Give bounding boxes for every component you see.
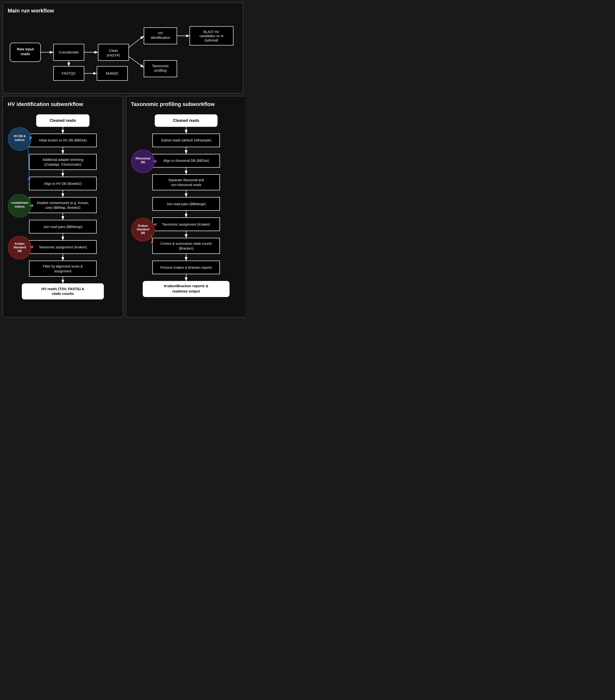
svg-text:Kraken: Kraken <box>15 242 25 246</box>
svg-text:HV DB &: HV DB & <box>14 135 26 138</box>
tax-subworkflow-diagram: Cleaned reads Subset reads (default 1M/s… <box>131 112 241 311</box>
svg-text:Raw input: Raw input <box>17 47 34 51</box>
svg-text:Join read pairs (BBMerge): Join read pairs (BBMerge) <box>43 225 82 229</box>
hv-subworkflow-section: HV identification subworkflow Cleaned re… <box>2 96 123 317</box>
svg-text:Standard: Standard <box>137 228 149 231</box>
svg-text:profiling: profiling <box>154 68 167 72</box>
svg-text:indices: indices <box>15 138 25 142</box>
svg-text:MultiQC: MultiQC <box>106 72 119 75</box>
svg-line-11 <box>128 57 144 67</box>
svg-text:Subset reads (default 1M/sampl: Subset reads (default 1M/sample) <box>161 138 211 142</box>
svg-text:DB: DB <box>17 249 22 253</box>
svg-text:clade counts: clade counts <box>52 291 74 296</box>
svg-text:(FASTP): (FASTP) <box>107 53 120 57</box>
svg-text:Cleaned reads: Cleaned reads <box>173 118 199 123</box>
svg-text:Separate ribosomal and: Separate ribosomal and <box>168 178 204 182</box>
svg-text:DB: DB <box>141 161 145 164</box>
svg-rect-51 <box>29 197 96 213</box>
hv-subworkflow-diagram: Cleaned reads Initial screen vs HV DB (B… <box>8 112 118 311</box>
main-workflow-section: Main run workflow Raw input reads Concat… <box>2 2 243 93</box>
svg-text:readwise output: readwise output <box>172 289 200 293</box>
svg-text:Taxonomic assignment (Kraken): Taxonomic assignment (Kraken) <box>162 223 210 226</box>
svg-text:Ribosomal: Ribosomal <box>136 157 150 160</box>
svg-text:Taxonomic assignment (Kraken): Taxonomic assignment (Kraken) <box>39 245 87 249</box>
svg-text:reads: reads <box>21 52 30 56</box>
svg-text:(optional): (optional) <box>205 39 218 42</box>
svg-text:Deplete contaminants (e.g. hum: Deplete contaminants (e.g. human, <box>37 201 89 205</box>
svg-text:Align to ribosomal DB (BBDuk): Align to ribosomal DB (BBDuk) <box>163 159 209 163</box>
svg-text:Process Kraken & Bracken repor: Process Kraken & Bracken reports <box>160 266 212 270</box>
svg-rect-104 <box>152 238 220 254</box>
svg-text:Additional adapter trimming: Additional adapter trimming <box>42 158 83 162</box>
svg-text:Join read pairs (BBMerge): Join read pairs (BBMerge) <box>167 202 206 206</box>
svg-text:Align to HV DB (Bowtie2): Align to HV DB (Bowtie2) <box>44 182 82 186</box>
svg-text:FASTQC: FASTQC <box>62 72 76 75</box>
svg-rect-44 <box>29 154 96 170</box>
svg-text:HV: HV <box>158 31 163 35</box>
svg-rect-94 <box>152 175 220 190</box>
main-workflow-title: Main run workflow <box>8 8 238 14</box>
svg-text:Concatenate: Concatenate <box>59 50 79 54</box>
svg-text:Kraken/Bracken reports &: Kraken/Bracken reports & <box>164 284 208 288</box>
svg-rect-61 <box>29 261 96 276</box>
svg-text:(Cutadapt, Trimmomatic): (Cutadapt, Trimmomatic) <box>45 163 81 166</box>
svg-text:non-ribosomal reads: non-ribosomal reads <box>171 183 201 187</box>
svg-text:Clean: Clean <box>109 49 118 52</box>
tax-subworkflow-title: Taxonomic profiling subworkflow <box>131 101 241 108</box>
main-workflow-diagram: Raw input reads Concatenate Clean (FASTP… <box>8 19 238 88</box>
svg-text:HV reads (TSV, FASTA) &: HV reads (TSV, FASTA) & <box>41 287 84 291</box>
svg-text:assignment: assignment <box>54 269 72 273</box>
svg-text:DB: DB <box>141 232 145 235</box>
svg-text:Taxonomic: Taxonomic <box>152 64 169 68</box>
svg-text:candidates vs nt: candidates vs nt <box>199 34 223 38</box>
svg-text:Correct & summarize clade coun: Correct & summarize clade counts <box>160 242 212 246</box>
svg-text:contaminant: contaminant <box>11 201 28 204</box>
hv-subworkflow-title: HV identification subworkflow <box>8 101 118 108</box>
svg-text:identification: identification <box>151 36 170 39</box>
svg-text:Standard: Standard <box>13 246 26 249</box>
svg-line-10 <box>128 36 144 48</box>
svg-text:BLAST HV: BLAST HV <box>204 30 220 34</box>
svg-text:indices: indices <box>15 205 25 208</box>
svg-text:Cleaned reads: Cleaned reads <box>50 118 76 123</box>
svg-text:(Bracken): (Bracken) <box>179 247 194 250</box>
svg-text:Kraken: Kraken <box>138 224 148 227</box>
svg-text:Initial screen vs HV DB (BBDuk: Initial screen vs HV DB (BBDuk) <box>39 138 87 142</box>
svg-text:Filter by alignment score &: Filter by alignment score & <box>43 264 83 268</box>
bottom-sections: HV identification subworkflow Cleaned re… <box>2 96 243 317</box>
svg-text:cow) (BBMap, Bowtie2): cow) (BBMap, Bowtie2) <box>45 206 81 210</box>
tax-subworkflow-section: Taxonomic profiling subworkflow Cleaned … <box>126 96 246 317</box>
